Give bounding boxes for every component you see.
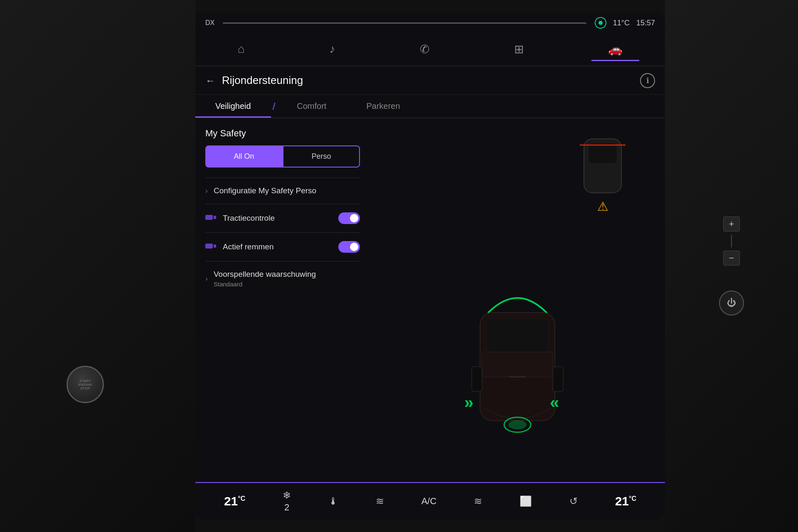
voorspellende-chevron-icon: ›: [205, 274, 208, 283]
left-content-panel: My Safety All On Perso › Configuratie My…: [195, 118, 370, 520]
configuratie-text: Configuratie My Safety Perso: [214, 186, 360, 195]
nav-grid[interactable]: ⊞: [498, 42, 540, 61]
seat-heat-front-icon: ≋: [376, 495, 384, 507]
fan-control[interactable]: ❄ 2: [283, 490, 291, 513]
fan-speed: 2: [284, 502, 289, 513]
fan-icon: ❄: [283, 490, 291, 501]
tab-parkeren-label: Parkeren: [366, 101, 400, 111]
svg-rect-0: [205, 215, 213, 220]
chevron-right-icon: ›: [205, 187, 208, 195]
recirculation-button[interactable]: ↺: [569, 495, 578, 507]
nav-home[interactable]: ⌂: [221, 42, 261, 61]
nav-music[interactable]: ♪: [313, 42, 352, 61]
phone-icon: ✆: [420, 42, 429, 56]
left-temperature: 21°C: [224, 494, 245, 508]
info-button[interactable]: ℹ: [640, 73, 655, 88]
tab-parkeren[interactable]: Parkeren: [346, 95, 420, 118]
status-left: DX: [205, 19, 214, 27]
nav-bar: ⌂ ♪ ✆ ⊞ 🚗: [195, 33, 665, 66]
status-bar: DX 11°C 15:57: [195, 12, 665, 33]
defrost-icon: 🌡: [328, 495, 338, 507]
car-icon: 🚗: [608, 42, 623, 56]
all-on-button[interactable]: All On: [205, 145, 283, 167]
my-safety-label: My Safety: [205, 128, 360, 139]
svg-point-15: [508, 420, 527, 429]
device-id: DX: [205, 19, 214, 27]
tabs-bar: Veiligheid / Comfort Parkeren: [195, 95, 665, 118]
tab-veiligheid[interactable]: Veiligheid: [195, 95, 271, 118]
tractiecontrole-icon: [205, 213, 217, 224]
safety-toggle-group: All On Perso: [205, 145, 360, 167]
music-icon: ♪: [329, 42, 335, 56]
svg-rect-10: [472, 367, 482, 392]
car-main-viz: » «: [378, 214, 657, 515]
plus-button[interactable]: +: [723, 217, 740, 232]
voorspellende-text: Voorspellende waarschuwing Standaard: [214, 270, 360, 288]
outside-temperature: 11°C: [613, 19, 630, 27]
grid-icon: ⊞: [514, 42, 524, 56]
seat-heat-rear[interactable]: ≋: [474, 495, 482, 507]
nav-phone[interactable]: ✆: [403, 42, 446, 61]
tab-comfort-label: Comfort: [297, 101, 326, 111]
minus-button[interactable]: −: [723, 251, 740, 266]
right-viz-panel: ⚠: [370, 118, 665, 520]
start-line1: START: [79, 379, 91, 383]
seat-heat-rear-icon: ≋: [474, 495, 482, 507]
status-bar-line: [223, 22, 586, 24]
configuratie-menu-item[interactable]: › Configuratie My Safety Perso: [205, 177, 360, 204]
actief-remmen-icon: [205, 242, 217, 252]
car-main-svg: » «: [455, 275, 580, 454]
svg-rect-8: [486, 319, 549, 352]
perso-button[interactable]: Perso: [283, 145, 360, 167]
tractiecontrole-toggle[interactable]: [338, 212, 360, 224]
start-line2: ENGINE: [78, 383, 92, 387]
svg-rect-5: [588, 143, 617, 164]
right-temp-display: 21°C: [615, 494, 636, 508]
nav-car[interactable]: 🚗: [591, 42, 639, 61]
right-temperature: 21°C: [615, 494, 636, 508]
rear-defrost-button[interactable]: ⬜: [520, 495, 532, 507]
back-button[interactable]: ←: [205, 75, 215, 86]
svg-text:«: «: [550, 393, 559, 411]
tractiecontrole-menu-item[interactable]: Tractiecontrole: [205, 204, 360, 232]
connection-dot: [598, 21, 603, 25]
start-line3: STOP: [80, 387, 90, 390]
start-engine-button[interactable]: START ENGINE STOP: [66, 366, 104, 403]
tab-comfort[interactable]: Comfort: [277, 95, 346, 118]
divider-line: [731, 235, 732, 247]
svg-text:»: »: [464, 393, 473, 411]
left-temp-display: 21°C: [224, 494, 245, 508]
svg-rect-9: [482, 352, 553, 377]
power-button[interactable]: ⏻: [719, 291, 744, 315]
clock: 15:57: [636, 19, 655, 27]
voorspellende-menu-item[interactable]: › Voorspellende waarschuwing Standaard: [205, 261, 360, 296]
page-title: Rijondersteuning: [222, 74, 640, 87]
car-top-mini-view: ⚠: [557, 126, 648, 209]
actief-remmen-toggle[interactable]: [338, 241, 360, 253]
tractiecontrole-text: Tractiecontrole: [223, 214, 332, 223]
seat-heat-front[interactable]: ≋: [376, 495, 384, 507]
left-ambient-panel: START ENGINE STOP: [0, 0, 195, 532]
ac-button[interactable]: A/C: [421, 496, 437, 507]
tab-veiligheid-label: Veiligheid: [215, 101, 251, 111]
svg-rect-1: [214, 216, 216, 219]
car-top-shape: ⚠: [576, 135, 630, 201]
page-header: ← Rijondersteuning ℹ: [195, 66, 665, 95]
svg-rect-3: [214, 244, 216, 248]
actief-remmen-menu-item[interactable]: Actief remmen: [205, 232, 360, 261]
connection-indicator: [595, 17, 606, 29]
svg-rect-2: [205, 244, 213, 249]
right-ambient-panel: + − ⏻: [665, 0, 798, 532]
configuratie-title: Configuratie My Safety Perso: [214, 186, 360, 195]
climate-bar: 21°C ❄ 2 🌡 ≋ A/C ≋ ⬜ ↺ 21°C: [195, 482, 665, 520]
tab-separator-1: /: [273, 101, 276, 112]
main-screen: DX 11°C 15:57 ⌂ ♪ ✆ ⊞ 🚗 ← Rijonderst: [195, 12, 665, 520]
defrost-button[interactable]: 🌡: [328, 495, 338, 507]
voorspellende-sub: Standaard: [214, 281, 360, 288]
recirculation-icon: ↺: [569, 495, 578, 507]
home-icon: ⌂: [238, 42, 245, 56]
voorspellende-title: Voorspellende waarschuwing: [214, 270, 360, 279]
status-right: 11°C 15:57: [595, 17, 655, 29]
svg-rect-11: [553, 367, 563, 392]
car-top-svg: [576, 135, 630, 201]
